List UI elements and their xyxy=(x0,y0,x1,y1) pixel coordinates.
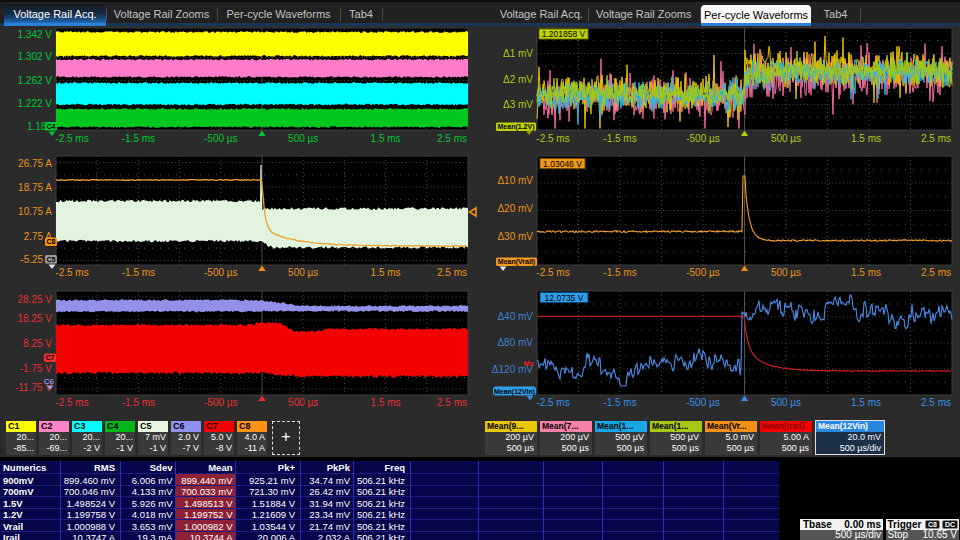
svg-text:Δ1 mV: Δ1 mV xyxy=(503,48,533,59)
svg-text:18.75 A: 18.75 A xyxy=(18,182,52,193)
svg-text:C6: C6 xyxy=(44,377,55,386)
svg-text:Ms: Ms xyxy=(524,359,534,368)
svg-text:1.262 V: 1.262 V xyxy=(18,75,53,86)
svg-text:2.5 ms: 2.5 ms xyxy=(921,397,951,408)
svg-text:-1.5 ms: -1.5 ms xyxy=(122,133,155,144)
svg-text:-500 µs: -500 µs xyxy=(686,397,720,408)
svg-text:C7: C7 xyxy=(46,354,55,361)
svg-text:500 µs: 500 µs xyxy=(288,397,318,408)
svg-text:-1.5 ms: -1.5 ms xyxy=(603,397,636,408)
svg-text:-2.5 ms: -2.5 ms xyxy=(55,397,88,408)
svg-text:Δ40 mV: Δ40 mV xyxy=(497,311,533,322)
svg-text:-1.5 ms: -1.5 ms xyxy=(122,267,155,278)
svg-text:Δ2 mV: Δ2 mV xyxy=(503,74,533,85)
svg-text:500 µs: 500 µs xyxy=(771,267,801,278)
svg-text:1.342 V: 1.342 V xyxy=(18,29,53,40)
svg-text:-500 µs: -500 µs xyxy=(204,133,238,144)
svg-text:-500 µs: -500 µs xyxy=(204,397,238,408)
svg-text:1.5 ms: 1.5 ms xyxy=(851,133,881,144)
svg-text:-500 µs: -500 µs xyxy=(204,267,238,278)
svg-text:1.5 ms: 1.5 ms xyxy=(851,397,881,408)
svg-text:C4: C4 xyxy=(47,123,56,130)
svg-text:-1.5 ms: -1.5 ms xyxy=(603,133,636,144)
svg-text:500 µs: 500 µs xyxy=(288,267,318,278)
svg-text:2.5 ms: 2.5 ms xyxy=(437,267,467,278)
svg-text:18.25 V: 18.25 V xyxy=(18,313,53,324)
svg-text:-2.5 ms: -2.5 ms xyxy=(536,397,569,408)
svg-text:1.5 ms: 1.5 ms xyxy=(371,267,401,278)
svg-text:1.03046 V: 1.03046 V xyxy=(543,159,582,169)
svg-text:26.75 A: 26.75 A xyxy=(18,158,52,169)
svg-text:-1.5 ms: -1.5 ms xyxy=(603,267,636,278)
svg-text:Mean(1.2V): Mean(1.2V) xyxy=(498,123,535,131)
svg-text:2.5 ms: 2.5 ms xyxy=(921,133,951,144)
svg-text:-2.5 ms: -2.5 ms xyxy=(55,267,88,278)
svg-text:1.201858 V: 1.201858 V xyxy=(542,29,586,39)
svg-text:2.5 ms: 2.5 ms xyxy=(437,133,467,144)
svg-text:C5: C5 xyxy=(47,256,56,263)
svg-text:Mean(Vrail): Mean(Vrail) xyxy=(498,258,535,266)
svg-text:-500 µs: -500 µs xyxy=(686,267,720,278)
svg-text:500 µs: 500 µs xyxy=(771,133,801,144)
svg-text:500 µs: 500 µs xyxy=(771,397,801,408)
svg-text:8.25 V: 8.25 V xyxy=(23,338,52,349)
svg-text:-500 µs: -500 µs xyxy=(686,133,720,144)
svg-text:1.5 ms: 1.5 ms xyxy=(371,133,401,144)
svg-text:12.0735 V: 12.0735 V xyxy=(545,293,584,303)
svg-text:Mean(12Vin): Mean(12Vin) xyxy=(494,388,535,396)
svg-text:Δ10 mV: Δ10 mV xyxy=(497,175,533,186)
svg-text:1.302 V: 1.302 V xyxy=(18,51,53,62)
svg-text:Δ3 mV: Δ3 mV xyxy=(503,99,533,110)
svg-text:Δ30 mV: Δ30 mV xyxy=(497,231,533,242)
svg-text:2.5 ms: 2.5 ms xyxy=(921,267,951,278)
svg-text:-2.5 ms: -2.5 ms xyxy=(55,133,88,144)
svg-text:500 µs: 500 µs xyxy=(288,133,318,144)
svg-text:10.75 A: 10.75 A xyxy=(18,206,52,217)
svg-text:-1.5 ms: -1.5 ms xyxy=(122,397,155,408)
svg-text:1.222 V: 1.222 V xyxy=(18,98,53,109)
svg-text:Δ20 mV: Δ20 mV xyxy=(497,203,533,214)
svg-text:-2.5 ms: -2.5 ms xyxy=(536,133,569,144)
svg-text:Δ80 mV: Δ80 mV xyxy=(497,337,533,348)
svg-text:1.5 ms: 1.5 ms xyxy=(851,267,881,278)
svg-text:2.5 ms: 2.5 ms xyxy=(437,397,467,408)
svg-text:C8: C8 xyxy=(47,238,56,245)
svg-text:1.5 ms: 1.5 ms xyxy=(371,397,401,408)
svg-text:-2.5 ms: -2.5 ms xyxy=(536,267,569,278)
svg-text:28.25 V: 28.25 V xyxy=(18,294,53,305)
svg-text:-1.75 V: -1.75 V xyxy=(20,363,53,374)
